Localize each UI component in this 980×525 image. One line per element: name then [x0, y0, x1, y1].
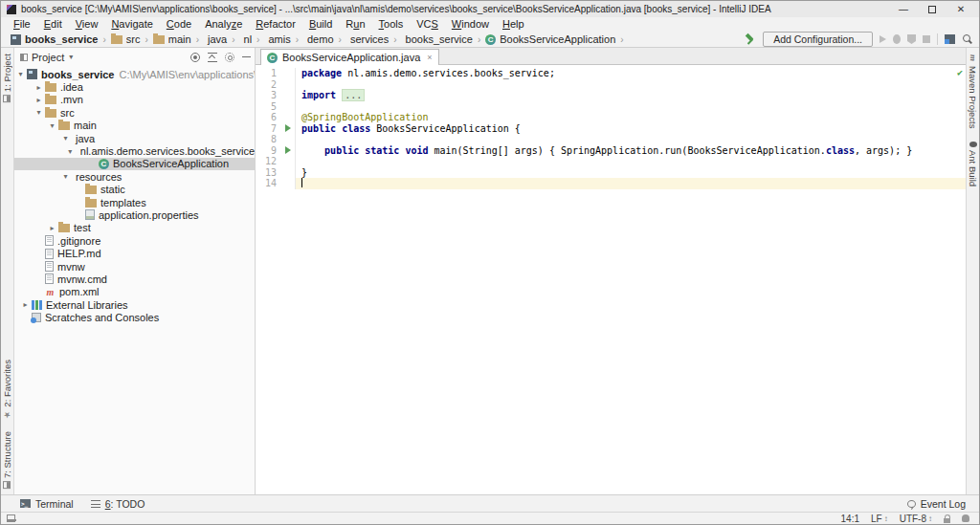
add-configuration-button[interactable]: Add Configuration... — [763, 32, 873, 47]
encoding-selector[interactable]: UTF-8 ↕ — [900, 514, 932, 524]
toolwindow-button-2-favorites[interactable]: 2: Favorites — [2, 354, 12, 426]
tree-item-templates[interactable]: templates — [14, 196, 255, 208]
line-separator-selector[interactable]: LF ↕ — [871, 514, 888, 524]
breadcrumb-demo[interactable]: demo — [301, 33, 336, 45]
breadcrumb-books-service[interactable]: books_service — [400, 33, 475, 45]
menu-item-run[interactable]: Run — [339, 17, 371, 32]
chevron-right-icon[interactable]: ▸ — [19, 300, 32, 309]
tree-item-mvnw[interactable]: mvnw — [14, 260, 255, 273]
menu-item-file[interactable]: File — [7, 17, 37, 32]
breadcrumb-books-service[interactable]: books_service — [9, 33, 100, 45]
chevron-down-icon[interactable]: ▾ — [46, 121, 58, 130]
run-gutter[interactable] — [280, 145, 296, 157]
inspection-ok-icon[interactable]: ✔ — [957, 67, 963, 77]
tree-item-test[interactable]: ▸test — [14, 222, 255, 234]
toolwindow-button-7-structure[interactable]: 7: Structure — [2, 426, 12, 494]
stop-icon[interactable] — [923, 35, 930, 43]
tree-item-src[interactable]: ▾src — [14, 106, 255, 119]
toolwindow-button-maven-projects[interactable]: Maven Projects — [968, 48, 978, 134]
locate-file-icon[interactable] — [190, 53, 200, 62]
breadcrumb-booksserviceapplication[interactable]: BooksServiceApplication — [483, 33, 617, 45]
tree-item-idea[interactable]: ▸.idea — [14, 80, 255, 93]
close-button[interactable]: ✕ — [947, 2, 975, 17]
editor-area: BooksServiceApplication.java × ✔ 1packag… — [256, 48, 966, 494]
project-tool-icon — [20, 54, 28, 61]
menu-item-navigate[interactable]: Navigate — [104, 17, 159, 32]
menu-item-vcs[interactable]: VCS — [410, 17, 445, 32]
tree-item-main[interactable]: ▾main — [14, 120, 255, 132]
breadcrumb-amis[interactable]: amis — [262, 33, 292, 45]
breadcrumb-src[interactable]: src — [109, 33, 143, 45]
breadcrumb-main[interactable]: main — [151, 33, 193, 45]
project-structure-icon[interactable] — [945, 34, 955, 44]
breadcrumb-services[interactable]: services — [345, 33, 390, 45]
chevron-down-icon[interactable]: ▾ — [59, 134, 72, 142]
code-editor[interactable]: ✔ 1package nl.amis.demo.services.books_s… — [256, 65, 966, 494]
code-line-5: 5 — [256, 101, 966, 113]
menu-bar: FileEditViewNavigateCodeAnalyzeRefactorB… — [1, 17, 979, 32]
tab-booksserviceapplication-java[interactable]: BooksServiceApplication.java × — [260, 49, 439, 65]
lock-icon[interactable] — [944, 518, 950, 523]
event-log-button[interactable]: Event Log — [907, 498, 979, 510]
7-structure-icon — [4, 481, 11, 489]
tree-item-nl-amis-demo-services-books-service[interactable]: ▾nl.amis.demo.services.books_service — [14, 144, 255, 157]
chevron-down-icon[interactable]: ▾ — [59, 172, 72, 181]
menu-item-analyze[interactable]: Analyze — [198, 17, 249, 32]
chevron-right-icon[interactable]: ▸ — [46, 224, 58, 232]
run-icon[interactable] — [880, 35, 886, 43]
tree-item-mvnw-cmd[interactable]: mvnw.cmd — [14, 273, 255, 285]
folded-code[interactable]: ... — [342, 89, 365, 101]
minimize-button[interactable]: — — [889, 2, 918, 17]
toolwindow-button-ant-build[interactable]: Ant Build — [968, 134, 978, 192]
menu-item-tools[interactable]: Tools — [372, 17, 411, 32]
tree-item-java[interactable]: ▾java — [14, 132, 255, 144]
chevron-right-icon[interactable]: ▸ — [33, 83, 45, 92]
tree-item-pom-xml[interactable]: pom.xml — [14, 286, 255, 298]
hide-panel-icon[interactable] — [242, 56, 251, 58]
tree-item-gitignore[interactable]: .gitignore — [14, 234, 255, 247]
chevron-down-icon[interactable]: ▾ — [64, 147, 77, 156]
project-panel-title[interactable]: Project — [32, 52, 64, 63]
tree-item-mvn[interactable]: ▸.mvn — [14, 94, 255, 106]
debug-icon[interactable] — [893, 34, 901, 44]
tree-item-scratches-and-consoles[interactable]: Scratches and Consoles — [14, 311, 255, 323]
menu-item-view[interactable]: View — [69, 17, 105, 32]
menu-item-refactor[interactable]: Refactor — [249, 17, 302, 32]
build-hammer-icon[interactable] — [745, 33, 756, 45]
tree-item-resources[interactable]: ▾resources — [14, 170, 255, 183]
chevron-down-icon[interactable]: ▾ — [14, 70, 27, 78]
chevron-right-icon[interactable]: ▸ — [33, 96, 45, 104]
tree-item-books-service[interactable]: ▾books_serviceC:\My\AMIS\env\application… — [14, 68, 255, 80]
settings-gear-icon[interactable] — [225, 53, 234, 62]
toolwindow-button-6-todo[interactable]: 6: TODO — [91, 498, 145, 510]
menu-item-help[interactable]: Help — [496, 17, 531, 32]
menu-item-build[interactable]: Build — [302, 17, 339, 32]
toolwindow-switcher-icon[interactable] — [7, 514, 15, 522]
toolwindow-button-terminal[interactable]: Terminal — [20, 498, 74, 510]
tree-item-booksserviceapplication[interactable]: BooksServiceApplication — [14, 158, 255, 170]
right-toolwindow-stripe: Maven ProjectsAnt Build — [966, 48, 979, 494]
code-segment: , args); } — [855, 145, 912, 156]
tree-item-application-properties[interactable]: application.properties — [14, 208, 255, 221]
search-everywhere-icon[interactable] — [962, 33, 973, 45]
run-gutter[interactable] — [280, 123, 296, 135]
maximize-button[interactable] — [918, 2, 947, 17]
collapse-all-icon[interactable] — [208, 53, 217, 62]
breadcrumb-nl[interactable]: nl — [238, 33, 255, 45]
menu-item-code[interactable]: Code — [160, 17, 198, 32]
run-with-coverage-icon[interactable] — [907, 34, 916, 44]
caret-position[interactable]: 14:1 — [841, 514, 859, 524]
tree-item-help-md[interactable]: HELP.md — [14, 247, 255, 259]
tree-item-static[interactable]: static — [14, 184, 255, 196]
chevron-down-icon[interactable]: ▾ — [33, 108, 45, 117]
menu-item-window[interactable]: Window — [445, 17, 496, 32]
breadcrumb-java[interactable]: java — [202, 33, 229, 45]
line-number: 3 — [256, 90, 280, 101]
close-tab-icon[interactable]: × — [425, 53, 432, 62]
menu-item-edit[interactable]: Edit — [37, 17, 69, 32]
tree-item-label: test — [74, 222, 91, 233]
chevron-down-icon[interactable]: ▾ — [66, 53, 73, 61]
toolwindow-button-1-project[interactable]: 1: Project — [2, 48, 12, 108]
tree-item-external-libraries[interactable]: ▸External Libraries — [14, 298, 255, 311]
hector-inspections-icon[interactable] — [962, 514, 969, 522]
